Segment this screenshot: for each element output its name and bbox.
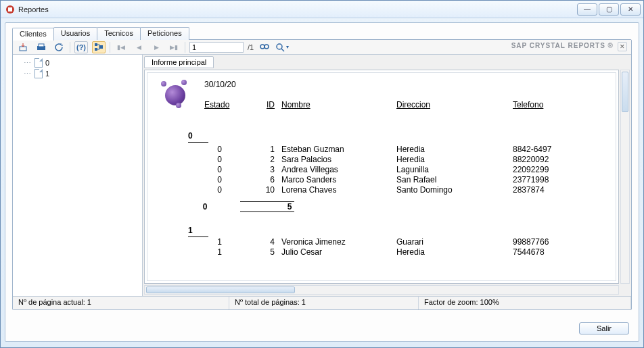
svg-rect-7	[99, 45, 103, 49]
report-page[interactable]: 30/10/20 Estado ID Nombre Direccion Tele…	[144, 70, 619, 284]
group-header-0: 0	[188, 131, 193, 141]
report-logo	[161, 80, 189, 108]
viewer-toolbar: (?) ▮◀ ◀ ▶ ▶▮ /1 ▾ SAP CRYST	[13, 40, 631, 55]
next-page-icon[interactable]: ▶	[150, 41, 163, 53]
group-header-1: 1	[188, 226, 193, 235]
first-page-icon[interactable]: ▮◀	[114, 41, 128, 53]
col-header-estado: Estado	[204, 100, 229, 109]
horizontal-scrollbar[interactable]	[144, 285, 619, 295]
tab-tecnicos[interactable]: Tecnicos	[97, 27, 141, 40]
separator	[110, 42, 110, 53]
svg-rect-1	[8, 7, 12, 11]
viewer-close-icon[interactable]: ✕	[618, 42, 627, 51]
tab-panel: (?) ▮◀ ◀ ▶ ▶▮ /1 ▾ SAP CRYST	[12, 39, 632, 310]
svg-point-9	[264, 45, 269, 49]
table-row: 0 3 Andrea Villegas Lagunilla 22092299	[147, 165, 616, 175]
report-content: 30/10/20 Estado ID Nombre Direccion Tele…	[147, 72, 616, 281]
find-icon[interactable]	[258, 41, 271, 53]
refresh-icon[interactable]	[52, 41, 66, 53]
tree-node-0[interactable]: ⋯ 0	[14, 57, 141, 68]
page-number-input[interactable]	[189, 42, 244, 53]
vertical-scrollbar[interactable]	[620, 70, 630, 284]
col-header-id: ID	[267, 100, 275, 109]
app-window: Reportes — ▢ ✕ Clientes Usuarios Tecnico…	[0, 0, 644, 348]
table-row: 0 1 Esteban Guzman Heredia 8842-6497	[147, 145, 616, 155]
client-area: Clientes Usuarios Tecnicos Peticiones (?…	[5, 22, 639, 342]
status-total-pages: Nº total de páginas: 1	[229, 297, 419, 309]
separator	[185, 42, 185, 53]
col-header-direccion: Direccion	[396, 100, 430, 109]
tab-usuarios[interactable]: Usuarios	[53, 27, 97, 40]
status-zoom: Factor de zoom: 100%	[419, 297, 631, 309]
table-row: 0 2 Sara Palacios Heredia 88220092	[147, 155, 616, 165]
tab-clientes[interactable]: Clientes	[12, 28, 54, 41]
table-row: 1 4 Veronica Jimenez Guarari 99887766	[147, 237, 616, 247]
separator	[70, 42, 70, 53]
col-header-nombre: Nombre	[281, 100, 310, 109]
salir-button[interactable]: Salir	[579, 322, 629, 334]
last-page-icon[interactable]: ▶▮	[167, 41, 181, 53]
svg-rect-4	[39, 44, 44, 47]
report-area: Informe principal 30/10/20 Estado ID Nom…	[143, 55, 631, 296]
tree-node-label: 0	[45, 59, 49, 67]
export-icon[interactable]	[17, 41, 30, 53]
prev-page-icon[interactable]: ◀	[132, 41, 145, 53]
close-button[interactable]: ✕	[620, 3, 641, 16]
table-row: 1 5 Julio Cesar Heredia 7544678	[147, 247, 616, 257]
table-row: 0 10 Lorena Chaves Santo Domingo 2837874	[147, 185, 616, 195]
tree-node-1[interactable]: ⋯ 1	[14, 68, 141, 79]
titlebar: Reportes — ▢ ✕	[1, 1, 643, 18]
svg-rect-2	[20, 47, 26, 51]
tree-node-label: 1	[45, 70, 49, 78]
group-tree: ⋯ 0 ⋯ 1	[13, 55, 143, 296]
tree-connector-icon: ⋯	[24, 70, 32, 78]
minimize-button[interactable]: —	[577, 3, 597, 16]
svg-point-8	[260, 45, 264, 49]
document-icon	[34, 58, 43, 68]
viewer-body: ⋯ 0 ⋯ 1 Informe principal	[13, 55, 631, 296]
col-header-telefono: Telefono	[513, 100, 543, 109]
svg-rect-6	[95, 48, 97, 51]
main-tabstrip: Clientes Usuarios Tecnicos Peticiones	[12, 27, 189, 40]
table-row: 0 6 Marco Sanders San Rafael 23771998	[147, 175, 616, 185]
tree-connector-icon: ⋯	[24, 59, 32, 68]
tab-peticiones[interactable]: Peticiones	[140, 27, 189, 40]
svg-rect-5	[95, 43, 97, 46]
document-icon	[34, 69, 43, 78]
window-title: Reportes	[18, 5, 577, 14]
group-subtotal-0: 0 5	[188, 201, 294, 212]
svg-line-11	[281, 49, 284, 51]
report-date: 30/10/20	[204, 80, 236, 89]
group-tree-icon[interactable]	[92, 41, 106, 53]
button-row: Salir	[579, 322, 629, 334]
viewer-status-bar: Nº de página actual: 1 Nº total de págin…	[13, 296, 631, 309]
page-total-label: /1	[248, 43, 254, 51]
print-icon[interactable]	[34, 41, 48, 53]
zoom-icon[interactable]: ▾	[275, 41, 289, 53]
app-icon	[5, 4, 16, 15]
viewer-brand: SAP CRYSTAL REPORTS ®	[511, 42, 614, 49]
report-tab[interactable]: Informe principal	[144, 56, 214, 68]
status-current-page: Nº de página actual: 1	[13, 297, 229, 309]
svg-point-10	[277, 44, 282, 49]
help-icon[interactable]: (?)	[74, 41, 88, 53]
maximize-button[interactable]: ▢	[599, 3, 619, 16]
